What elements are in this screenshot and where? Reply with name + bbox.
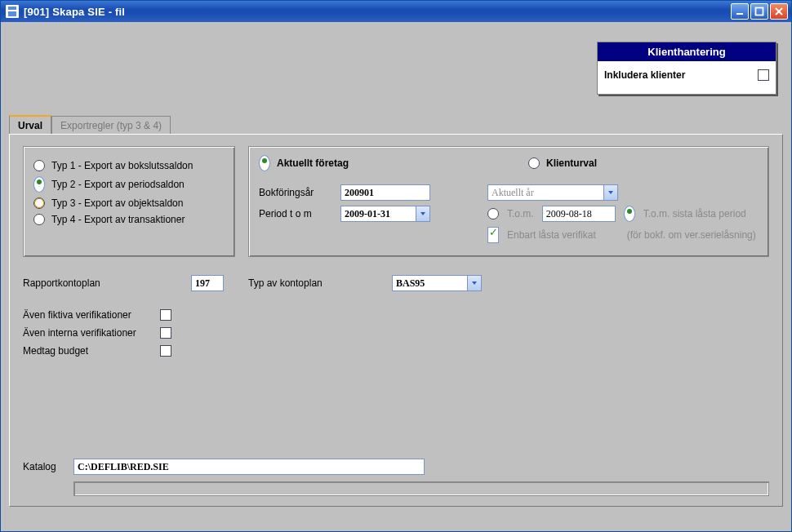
export-type-group: Typ 1 - Export av bokslutssaldon Typ 2 -… <box>23 146 235 257</box>
include-clients-checkbox[interactable] <box>758 69 769 81</box>
app-window: [901] Skapa SIE - fil Klienthantering In… <box>0 0 792 532</box>
kontoplan-typ-select[interactable]: BAS95 <box>392 275 482 291</box>
only-locked-note: (för bokf. om ver.serielåsning) <box>627 229 756 241</box>
scope-klienturval-row[interactable]: Klienturval <box>528 155 597 171</box>
interna-checkbox[interactable] <box>160 327 171 339</box>
minimize-button[interactable] <box>731 3 749 20</box>
katalog-label: Katalog <box>23 461 64 472</box>
scope-right-column: Aktuellt år T.o.m. T.o.m. sista låsta pe… <box>487 180 756 248</box>
titlebar: [901] Skapa SIE - fil <box>1 1 791 22</box>
tom-label: T.o.m. <box>507 208 534 219</box>
report-plan-row: Rapportkontoplan Typ av kontoplan BAS95 <box>23 275 769 291</box>
scope-group: Aktuellt företag Klienturval Bokföringså… <box>248 146 769 257</box>
printer-icon <box>6 5 19 18</box>
type4-radio[interactable] <box>33 214 45 225</box>
rapportkontoplan-label: Rapportkontoplan <box>23 277 170 289</box>
type1-row[interactable]: Typ 1 - Export av bokslutssaldon <box>33 160 225 171</box>
tab-panel-urval: Typ 1 - Export av bokslutssaldon Typ 2 -… <box>9 134 783 507</box>
chevron-down-icon <box>416 206 429 221</box>
type1-label: Typ 1 - Export av bokslutssaldon <box>51 160 193 171</box>
tom-last-locked-label: T.o.m. sista låsta period <box>643 208 746 219</box>
tom-last-locked-radio[interactable] <box>624 206 635 222</box>
close-button[interactable] <box>770 3 788 20</box>
katalog-input[interactable] <box>73 459 425 475</box>
chevron-down-icon <box>603 185 617 200</box>
scope-aktuellt-radio[interactable] <box>259 155 270 171</box>
chevron-down-icon <box>467 276 481 290</box>
scope-klienturval-radio[interactable] <box>528 157 540 169</box>
type2-radio[interactable] <box>33 176 45 193</box>
tab-urval[interactable]: Urval <box>9 115 51 135</box>
typ-av-kontoplan-label: Typ av kontoplan <box>248 277 371 289</box>
window-title: [901] Skapa SIE - fil <box>24 6 731 18</box>
fiktiva-checkbox[interactable] <box>160 309 171 321</box>
maximize-button[interactable] <box>750 3 768 20</box>
bokforingsar-input[interactable] <box>340 184 430 201</box>
tab-urval-label: Urval <box>18 120 42 131</box>
tab-exportregler[interactable]: Exportregler (typ 3 & 4) <box>51 116 171 135</box>
include-clients-label: Inkludera klienter <box>604 69 685 81</box>
type2-label: Typ 2 - Export av periodsaldon <box>51 179 185 190</box>
only-locked-label: Enbart låsta verifikat <box>507 229 596 241</box>
window-buttons <box>731 3 788 20</box>
bottom-area: Katalog <box>23 459 769 496</box>
tab-exportregler-label: Exportregler (typ 3 & 4) <box>60 120 162 131</box>
options-group: Även fiktiva verifikationer Även interna… <box>23 309 769 357</box>
period-select[interactable]: 2009-01-31 <box>340 206 430 222</box>
interna-label: Även interna verifikationer <box>23 327 154 339</box>
rapportkontoplan-input[interactable] <box>191 275 224 291</box>
svg-rect-1 <box>756 8 763 16</box>
bokforingsar-label: Bokföringsår <box>259 187 332 198</box>
type3-label: Typ 3 - Export av objektsaldon <box>51 197 183 209</box>
kontoplan-typ-value: BAS95 <box>396 277 425 290</box>
tom-date-radio[interactable] <box>487 208 499 219</box>
period-label: Period t o m <box>259 208 332 219</box>
budget-label: Medtag budget <box>23 345 154 357</box>
scope-aktuellt-row[interactable]: Aktuellt företag <box>259 155 349 171</box>
client-handling-heading: Klienthantering <box>598 42 776 61</box>
progress-bar <box>73 481 769 496</box>
scope-klienturval-label: Klienturval <box>546 157 597 169</box>
type4-label: Typ 4 - Export av transaktioner <box>51 214 185 225</box>
type1-radio[interactable] <box>33 160 45 171</box>
budget-checkbox[interactable] <box>160 345 171 357</box>
fiktiva-label: Även fiktiva verifikationer <box>23 309 154 321</box>
scope-left-column: Bokföringsår Period t o m 2009-01-31 <box>259 180 463 248</box>
svg-rect-0 <box>736 13 743 15</box>
type3-row[interactable]: Typ 3 - Export av objektsaldon <box>33 197 225 209</box>
client-handling-panel: Klienthantering Inkludera klienter <box>597 42 776 95</box>
ar-select-value: Aktuellt år <box>492 187 534 199</box>
period-value: 2009-01-31 <box>345 208 390 220</box>
type4-row[interactable]: Typ 4 - Export av transaktioner <box>33 214 225 225</box>
ar-select[interactable]: Aktuellt år <box>487 184 618 201</box>
tab-strip: Urval Exportregler (typ 3 & 4) <box>9 115 171 135</box>
tom-date-input[interactable] <box>542 206 616 222</box>
type2-row[interactable]: Typ 2 - Export av periodsaldon <box>33 176 225 193</box>
only-locked-checkbox[interactable] <box>487 227 499 243</box>
scope-aktuellt-label: Aktuellt företag <box>277 157 349 169</box>
type3-radio[interactable] <box>33 197 45 209</box>
